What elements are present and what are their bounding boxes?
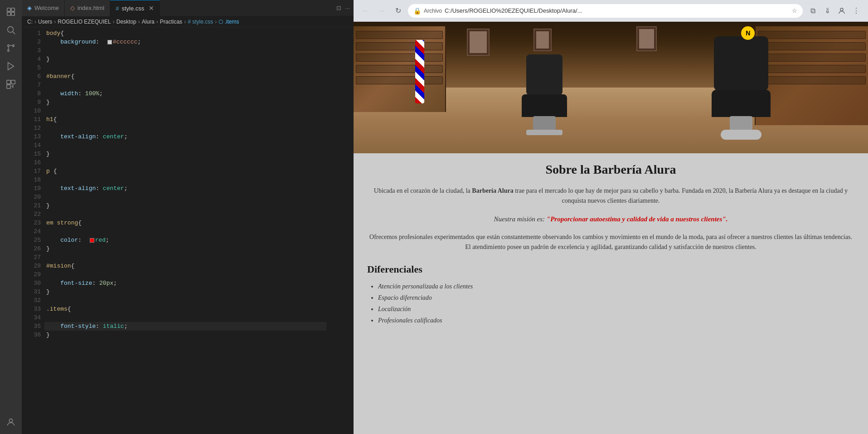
mission-prefix: Nuestra misión es:: [494, 215, 545, 223]
svg-rect-12: [7, 85, 10, 88]
code-line-34: [44, 313, 326, 322]
editor-area: ◈ Welcome ◇ index.html # style.css ✕ ⊡ ·…: [22, 0, 354, 434]
code-line-8: width: 100%;: [44, 89, 326, 98]
breadcrumb-stylecss: # style.css: [188, 19, 213, 25]
address-text: C:/Users/ROGELIO%20EZEQUIEL/Desktop/Alur…: [445, 7, 789, 14]
tab-bar: ◈ Welcome ◇ index.html # style.css ✕ ⊡ ·…: [22, 0, 354, 16]
tab-style-css[interactable]: # style.css ✕: [110, 0, 160, 16]
list-item: Espacio diferenciado: [378, 292, 854, 303]
chair1-back: [526, 54, 563, 95]
code-line-7: [44, 81, 326, 89]
tab-index-label: index.html: [78, 5, 104, 11]
code-line-27: [44, 253, 326, 262]
line-numbers: 12345 678910 1112131415 1617181920 21222…: [22, 27, 44, 434]
address-prefix-label: Archivo: [424, 8, 442, 14]
breadcrumb-user: ROGELIO EZEQUIEL: [58, 19, 111, 25]
code-line-9: }: [44, 98, 326, 107]
minimap: [326, 27, 354, 434]
chair2-base: [730, 116, 752, 131]
code-line-35: font-style: italic;: [44, 322, 326, 331]
address-bar[interactable]: 🔒 Archivo C:/Users/ROGELIO%20EZEQUIEL/De…: [408, 4, 803, 18]
svg-point-13: [9, 419, 12, 422]
browser-panel: ← → ↻ 🔒 Archivo C:/Users/ROGELIO%20EZEQU…: [354, 0, 868, 434]
extensions-button[interactable]: ⧉: [806, 5, 819, 17]
tab-close-button[interactable]: ✕: [149, 5, 154, 12]
menu-button[interactable]: ⋮: [850, 5, 863, 17]
barber-page: N Sobre la Barbería Alura Ubicada en el …: [354, 22, 868, 344]
chair2-back: [714, 36, 768, 91]
code-line-24: [44, 227, 326, 236]
barber-desc: Ofrecemos profesionales experimentados q…: [367, 232, 854, 253]
barber-pole: [415, 40, 424, 103]
code-line-28: #mision{: [44, 262, 326, 270]
code-line-23: em strong{: [44, 219, 326, 227]
wall-frame-2: [533, 29, 552, 51]
drawer-5: [356, 76, 443, 84]
code-line-20: [44, 193, 326, 201]
tab-style-label: style.css: [121, 5, 144, 12]
banner-image: N: [354, 22, 868, 153]
breadcrumb-desktop: Desktop: [116, 19, 136, 25]
drawer-2: [356, 42, 443, 50]
code-editor[interactable]: 12345 678910 1112131415 1617181920 21222…: [22, 27, 354, 434]
code-line-6: #banner{: [44, 72, 326, 81]
page-title: Sobre la Barbería Alura: [367, 162, 854, 177]
breadcrumb: C: › Users › ROGELIO EZEQUIEL › Desktop …: [22, 16, 354, 27]
barber-mission: Nuestra misión es: "Proporcionar autoest…: [367, 215, 854, 223]
svg-rect-1: [11, 8, 15, 11]
activity-bar: [0, 0, 22, 434]
svg-rect-2: [7, 12, 10, 15]
forward-button[interactable]: →: [375, 5, 388, 17]
code-line-3: [44, 46, 326, 55]
tab-index-html[interactable]: ◇ index.html: [65, 0, 110, 16]
activity-search-icon[interactable]: [3, 22, 19, 38]
code-line-26: }: [44, 244, 326, 253]
mission-text: Nuestra misión es: "Proporcionar autoest…: [494, 215, 728, 223]
svg-rect-3: [11, 12, 15, 15]
code-line-15: }: [44, 150, 326, 158]
code-line-33: .items{: [44, 305, 326, 313]
activity-profile-icon[interactable]: [3, 414, 19, 430]
breadcrumb-practicas: Practicas: [160, 19, 182, 25]
activity-explorer-icon[interactable]: [3, 4, 19, 20]
tab-bar-actions: ⊡ ···: [333, 5, 354, 11]
chair1-base: [533, 116, 556, 131]
profile-button[interactable]: [835, 5, 848, 17]
split-editor-icon[interactable]: ⊡: [336, 5, 341, 11]
drawer-1: [356, 31, 443, 39]
breadcrumb-users: Users: [38, 19, 52, 25]
address-protocol-icon: 🔒: [413, 7, 421, 15]
back-button[interactable]: ←: [359, 5, 372, 17]
browser-right-actions: ⧉ ⇓ ⋮: [806, 5, 863, 17]
drawer-4: [356, 65, 443, 73]
code-line-19: text-align: center;: [44, 184, 326, 193]
intro-bold: Barbería Alura: [472, 187, 513, 194]
code-line-2: background: #cccccc;: [44, 38, 326, 46]
barber-banner: N: [354, 22, 868, 153]
tab-welcome[interactable]: ◈ Welcome: [22, 0, 65, 16]
activity-git-icon[interactable]: [3, 40, 19, 56]
css-file-icon: #: [116, 5, 119, 12]
list-item: Atención personalizada a los clientes: [378, 281, 854, 292]
diferenciales-title: Diferenciales: [367, 263, 854, 275]
activity-debug-icon[interactable]: [3, 58, 19, 74]
code-line-36: }: [44, 331, 326, 339]
mission-highlighted: "Proporcionar autoestima y calidad de vi…: [547, 215, 728, 223]
diferenciales-list: Atención personalizada a los clientes Es…: [367, 281, 854, 327]
cabinet-left: [354, 26, 446, 112]
chair1-seat: [522, 94, 567, 117]
activity-extensions-icon[interactable]: [3, 76, 19, 93]
svg-point-4: [8, 27, 14, 33]
code-lines[interactable]: body{ background: #cccccc; } #banner{ wi…: [44, 27, 326, 434]
more-actions-icon[interactable]: ···: [345, 5, 350, 11]
vscode-logo-icon: ◈: [27, 5, 32, 11]
breadcrumb-alura: Alura: [142, 19, 155, 25]
download-button[interactable]: ⇓: [821, 5, 834, 17]
code-line-21: }: [44, 201, 326, 210]
code-line-1: body{: [44, 29, 326, 38]
chair1-foot: [526, 130, 563, 135]
wall-frame-1: [467, 29, 490, 56]
svg-point-14: [840, 8, 843, 11]
bookmark-icon[interactable]: ☆: [792, 7, 797, 14]
refresh-button[interactable]: ↻: [392, 5, 404, 17]
